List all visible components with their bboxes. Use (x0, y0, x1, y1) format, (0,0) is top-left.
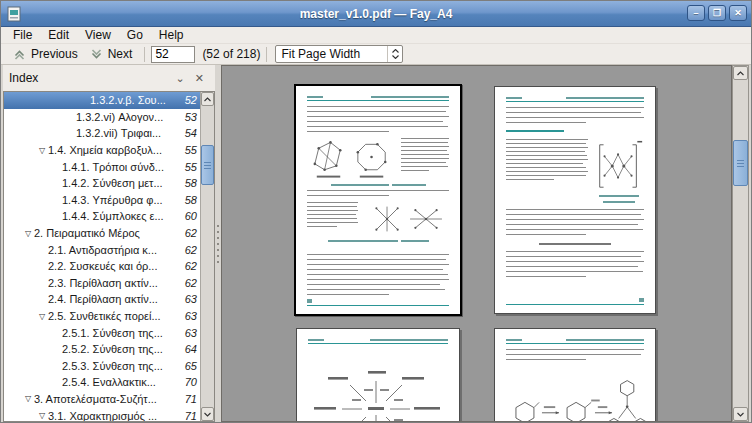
toc-item[interactable]: 2.5.2. Σύνθεση της...64 (4, 341, 200, 358)
toc-item[interactable]: ▽2.5. Συνθετικές πορεί...63 (4, 308, 200, 325)
toc-item[interactable]: ▽1.4. Χημεία καρβοξυλ...55 (4, 142, 200, 159)
menu-file[interactable]: File (5, 27, 40, 43)
text-block (307, 254, 449, 299)
minimize-button[interactable]: – (687, 5, 705, 21)
document-viewport[interactable] (221, 65, 732, 422)
document-icon (7, 6, 22, 22)
page-thumbnail-55[interactable] (494, 328, 656, 422)
toc-item[interactable]: 1.4.3. Υπέρυθρα φ...58 (4, 192, 200, 209)
zoom-select[interactable]: Fit Page Width (275, 45, 403, 63)
chevron-down-icon[interactable]: ⌄ (171, 73, 190, 84)
toc-item[interactable]: 2.3. Περίθλαση ακτίν...62 (4, 275, 200, 292)
text-block (307, 106, 449, 136)
toc-item[interactable]: ▽2. Πειραματικό Μέρος62 (4, 225, 200, 242)
toc-item-label: 1.3.2.vi) Αλογον... (76, 111, 163, 123)
sidebar: Index ⌄ ✕ 1.3.2.v.β. Σου...521.3.2.vi) Α… (3, 65, 215, 422)
sidebar-close-icon[interactable]: ✕ (190, 73, 209, 84)
toc-item[interactable]: 1.4.1. Τρόποι σύνδ...55 (4, 158, 200, 175)
menu-edit[interactable]: Edit (40, 27, 77, 43)
page-thumbnail-52[interactable] (294, 84, 462, 316)
toolbar-separator (266, 47, 267, 62)
previous-button[interactable]: Previous (7, 46, 84, 62)
previous-label: Previous (31, 47, 78, 61)
menu-help[interactable]: Help (151, 27, 192, 43)
toc-item[interactable]: 2.5.4. Εναλλακτικ...70 (4, 374, 200, 391)
page-footer (506, 298, 644, 305)
next-button[interactable]: Next (84, 46, 139, 62)
expander-icon[interactable]: ▽ (36, 411, 48, 420)
document-area (221, 65, 749, 422)
page-thumbnail-54[interactable] (296, 328, 460, 422)
expander-icon[interactable]: ▽ (36, 312, 48, 321)
figure-caption (307, 240, 449, 242)
expander-icon[interactable]: ▽ (22, 394, 34, 403)
equation (539, 243, 611, 245)
text-block (506, 107, 644, 127)
toc-item-label: 2.3. Περίθλαση ακτίν... (48, 277, 158, 289)
toc-item[interactable]: 2.2. Συσκευές και όρ...62 (4, 258, 200, 275)
chevrons-down-icon (90, 48, 103, 61)
phenyl-reaction-scheme (506, 368, 648, 422)
toc-item[interactable]: ▽3. Αποτελέσματα-Συζήτ...71 (4, 391, 200, 408)
radial-reaction-scheme (308, 355, 448, 422)
toc-item[interactable]: 1.3.2.vii) Τριφαι...54 (4, 125, 200, 142)
expander-icon[interactable]: ▽ (22, 229, 34, 238)
page-number-input[interactable] (151, 46, 195, 63)
toc-item[interactable]: 1.4.4. Σύμπλοκες ε...60 (4, 208, 200, 225)
toc-item-label: 1.3.2.vii) Τριφαι... (76, 127, 161, 139)
toc-item[interactable]: 2.4. Περίθλαση ακτίν...63 (4, 291, 200, 308)
toc-item-page: 71 (185, 410, 200, 421)
toc-item[interactable]: 1.3.2.vi) Αλογον...53 (4, 109, 200, 126)
figure-caption (307, 184, 449, 186)
window-body: Index ⌄ ✕ 1.3.2.v.β. Σου...521.3.2.vi) Α… (1, 65, 751, 423)
application-window: master_v1.0.pdf — Fay_A4 – ❐ ✕ File Edit… (0, 0, 752, 423)
expander-icon[interactable]: ▽ (36, 146, 48, 155)
sidebar-scroll-thumb[interactable] (201, 145, 214, 185)
main-scrollbar[interactable] (732, 65, 749, 422)
toc-item-page: 63 (185, 327, 200, 339)
figure-caption (594, 195, 644, 197)
toc-item-page: 65 (185, 360, 200, 372)
toc-item[interactable]: 2.5.1. Σύνθεση της...63 (4, 324, 200, 341)
sidebar-scrollbar[interactable] (200, 92, 214, 421)
page-thumbnail-53[interactable] (494, 86, 656, 314)
main-scroll-thumb[interactable] (733, 140, 748, 186)
toc-item[interactable]: ▽3.1. Χαρακτηρισμός ...71 (4, 407, 200, 421)
toc-item-page: 62 (185, 227, 200, 239)
toc-item-label: 2.5. Συνθετικές πορεί... (48, 310, 161, 322)
page-header (506, 339, 644, 344)
scroll-up-icon[interactable] (733, 66, 748, 80)
zoom-select-value: Fit Page Width (276, 47, 387, 61)
toc-item[interactable]: 1.4.2. Σύνθεση μετ...58 (4, 175, 200, 192)
toc-item-page: 60 (185, 210, 200, 222)
menu-go[interactable]: Go (119, 27, 151, 43)
toc-item-label: 1.4.3. Υπέρυθρα φ... (62, 194, 163, 206)
section-heading (506, 130, 564, 132)
menu-view[interactable]: View (77, 27, 119, 43)
page-header (506, 97, 644, 102)
toc-item-label: 1.3.2.v.β. Σου... (90, 94, 166, 106)
splitter-grip-icon (217, 225, 219, 263)
toc-item-page: 62 (185, 260, 200, 272)
toc-item-label: 2.5.2. Σύνθεση της... (62, 343, 163, 355)
page-count-label: (52 of 218) (202, 47, 260, 61)
scroll-down-icon[interactable] (733, 407, 748, 421)
toc-item[interactable]: 2.5.3. Σύνθεση της...65 (4, 358, 200, 375)
toolbar-separator (144, 47, 145, 62)
scroll-up-icon[interactable] (201, 92, 214, 106)
text-block (307, 202, 358, 230)
toc-item-page: 53 (185, 111, 200, 123)
toc-item-page: 55 (185, 161, 200, 173)
toc-item-page: 62 (185, 244, 200, 256)
toc-item[interactable]: 2.1. Αντιδραστήρια κ...62 (4, 241, 200, 258)
toc-item-label: 2.4. Περίθλαση ακτίν... (48, 293, 158, 305)
scroll-down-icon[interactable] (201, 407, 214, 421)
spinner-arrows-icon (387, 46, 402, 62)
toc-item[interactable]: 1.3.2.v.β. Σου...52 (4, 92, 200, 109)
maximize-button[interactable]: ❐ (708, 5, 726, 21)
title-bar[interactable]: master_v1.0.pdf — Fay_A4 – ❐ ✕ (1, 1, 751, 27)
toc-item-label: 3.1. Χαρακτηρισμός ... (48, 410, 157, 421)
toc-item-label: 1.4. Χημεία καρβοξυλ... (48, 144, 162, 156)
close-button[interactable]: ✕ (729, 5, 747, 21)
toc-list: 1.3.2.v.β. Σου...521.3.2.vi) Αλογον...53… (4, 92, 200, 421)
